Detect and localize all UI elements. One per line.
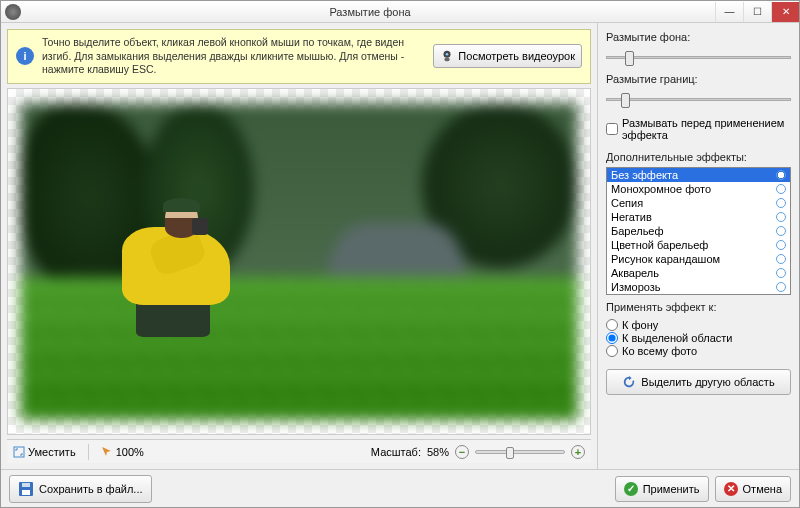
canvas-statusbar: Уместить 100% Масштаб: 58% − + [7,439,591,463]
scale-label: Масштаб: [371,446,421,458]
webcam-icon [440,49,454,63]
effect-item[interactable]: Без эффекта [607,168,790,182]
radio-icon [776,240,786,250]
blur-bg-slider[interactable] [606,47,791,67]
zoom-in-button[interactable]: + [571,445,585,459]
pre-blur-checkbox[interactable]: Размывать перед применением эффекта [606,117,791,141]
refresh-icon [622,375,636,389]
svg-rect-2 [445,58,450,62]
radio-icon [776,184,786,194]
reselect-area-button[interactable]: Выделить другую область [606,369,791,395]
maximize-button[interactable]: ☐ [743,2,771,22]
cursor-icon [101,446,113,458]
fit-button[interactable]: Уместить [13,446,76,458]
image-canvas[interactable] [7,88,591,435]
blur-edges-slider[interactable] [606,89,791,109]
apply-to-radio[interactable] [606,319,618,331]
scale-value: 58% [427,446,449,458]
effect-item[interactable]: Изморозь [607,280,790,294]
zoom-slider[interactable] [475,450,565,454]
apply-to-option[interactable]: К выделеной области [606,332,791,344]
pre-blur-checkbox-label: Размывать перед применением эффекта [622,117,791,141]
effect-item-label: Сепия [611,197,643,209]
effect-item-label: Цветной барельеф [611,239,708,251]
apply-to-radio[interactable] [606,345,618,357]
cancel-label: Отмена [743,483,782,495]
effects-listbox[interactable]: Без эффектаМонохромное фотоСепияНегативБ… [606,167,791,295]
footer: Сохранить в файл... ✓ Применить ✕ Отмена [1,469,799,507]
titlebar: Размытие фона — ☐ ✕ [1,1,799,23]
effect-item[interactable]: Барельеф [607,224,790,238]
radio-icon [776,268,786,278]
blur-bg-label: Размытие фона: [606,31,791,43]
effect-item-label: Без эффекта [611,169,678,181]
effect-item[interactable]: Монохромное фото [607,182,790,196]
apply-to-option[interactable]: К фону [606,319,791,331]
svg-rect-5 [22,483,30,487]
radio-icon [776,282,786,292]
effect-item[interactable]: Сепия [607,196,790,210]
minimize-button[interactable]: — [715,2,743,22]
radio-icon [776,198,786,208]
effects-label: Дополнительные эффекты: [606,151,791,163]
watch-video-button[interactable]: Посмотреть видеоурок [433,44,582,68]
cancel-button[interactable]: ✕ Отмена [715,476,791,502]
reselect-area-label: Выделить другую область [641,376,774,388]
svg-point-1 [446,53,449,56]
apply-button[interactable]: ✓ Применить [615,476,709,502]
save-to-file-label: Сохранить в файл... [39,483,143,495]
effect-item-label: Негатив [611,211,652,223]
check-icon: ✓ [624,482,638,496]
close-button[interactable]: ✕ [771,2,799,22]
app-icon [5,4,21,20]
cancel-icon: ✕ [724,482,738,496]
zoom-out-button[interactable]: − [455,445,469,459]
svg-rect-6 [22,490,30,495]
radio-icon [776,170,786,180]
watch-video-label: Посмотреть видеоурок [458,50,575,62]
apply-to-label: Применять эффект к: [606,301,791,313]
fit-label: Уместить [28,446,76,458]
effect-item[interactable]: Акварель [607,266,790,280]
preview-image [20,103,579,420]
effect-item-label: Рисунок карандашом [611,253,720,265]
effect-item-label: Акварель [611,267,659,279]
hundred-percent-label: 100% [116,446,144,458]
radio-icon [776,226,786,236]
apply-to-option[interactable]: Ко всему фото [606,345,791,357]
radio-icon [776,212,786,222]
info-icon: i [16,47,34,65]
hint-text: Точно выделите объект, кликая левой кноп… [42,36,425,77]
effect-item[interactable]: Негатив [607,210,790,224]
floppy-icon [18,481,34,497]
pre-blur-checkbox-input[interactable] [606,123,618,135]
effect-item-label: Барельеф [611,225,664,237]
radio-icon [776,254,786,264]
apply-to-label-text: К выделеной области [622,332,732,344]
hundred-percent-button[interactable]: 100% [101,446,144,458]
fit-icon [13,446,25,458]
window-title: Размытие фона [25,6,715,18]
effect-item-label: Монохромное фото [611,183,711,195]
hint-bar: i Точно выделите объект, кликая левой кн… [7,29,591,84]
settings-panel: Размытие фона: Размытие границ: Размыват… [597,23,799,469]
svg-rect-3 [14,447,24,457]
effect-item-label: Изморозь [611,281,661,293]
apply-label: Применить [643,483,700,495]
effect-item[interactable]: Цветной барельеф [607,238,790,252]
apply-to-radio[interactable] [606,332,618,344]
apply-to-label-text: К фону [622,319,658,331]
blur-edges-label: Размытие границ: [606,73,791,85]
save-to-file-button[interactable]: Сохранить в файл... [9,475,152,503]
apply-to-label-text: Ко всему фото [622,345,697,357]
effect-item[interactable]: Рисунок карандашом [607,252,790,266]
